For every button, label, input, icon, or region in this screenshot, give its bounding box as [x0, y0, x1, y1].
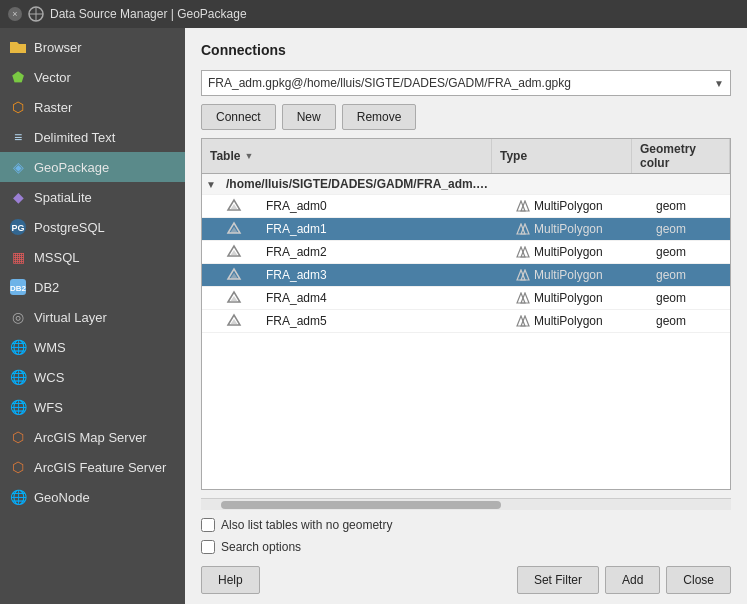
- sidebar-item-wfs[interactable]: 🌐WFS: [0, 392, 185, 422]
- sidebar-item-label: MSSQL: [34, 250, 80, 265]
- new-button[interactable]: New: [282, 104, 336, 130]
- row-type: MultiPolygon: [516, 222, 656, 236]
- sidebar-item-label: WCS: [34, 370, 64, 385]
- sidebar-item-postgresql[interactable]: PGPostgreSQL: [0, 212, 185, 242]
- search-options-checkbox[interactable]: [201, 540, 215, 554]
- arcgis-icon: ⬡: [8, 427, 28, 447]
- row-geomcol: geom: [656, 199, 726, 213]
- wcs-icon: 🌐: [8, 367, 28, 387]
- sidebar-item-virtual-layer[interactable]: ◎Virtual Layer: [0, 302, 185, 332]
- spatialite-icon: ◆: [8, 187, 28, 207]
- sidebar-item-vector[interactable]: ⬟Vector: [0, 62, 185, 92]
- table-area: Table ▼ Type Geometry colur ▼ /home/llui…: [201, 138, 731, 490]
- sidebar-item-geonode[interactable]: 🌐GeoNode: [0, 482, 185, 512]
- sidebar-item-arcgis-map[interactable]: ⬡ArcGIS Map Server: [0, 422, 185, 452]
- connection-row: FRA_adm.gpkg@/home/lluis/SIGTE/DADES/GAD…: [201, 70, 731, 96]
- row-type: MultiPolygon: [516, 245, 656, 259]
- sidebar-item-arcgis-feature[interactable]: ⬡ArcGIS Feature Server: [0, 452, 185, 482]
- table-body: ▼ /home/lluis/SIGTE/DADES/GADM/FRA_adm.g…: [202, 174, 730, 489]
- sort-arrow-icon: ▼: [244, 151, 253, 161]
- vector-icon: ⬟: [8, 67, 28, 87]
- connection-dropdown[interactable]: FRA_adm.gpkg@/home/lluis/SIGTE/DADES/GAD…: [201, 70, 731, 96]
- add-button[interactable]: Add: [605, 566, 660, 594]
- tree-group-row[interactable]: ▼ /home/lluis/SIGTE/DADES/GADM/FRA_adm.g…: [202, 174, 730, 195]
- sidebar-item-wcs[interactable]: 🌐WCS: [0, 362, 185, 392]
- virtual-icon: ◎: [8, 307, 28, 327]
- scroll-thumb: [221, 501, 501, 509]
- raster-icon: ⬡: [8, 97, 28, 117]
- row-type: MultiPolygon: [516, 199, 656, 213]
- app-icon: [28, 6, 44, 22]
- geonode-icon: 🌐: [8, 487, 28, 507]
- remove-button[interactable]: Remove: [342, 104, 417, 130]
- close-window-button[interactable]: ×: [8, 7, 22, 21]
- sidebar-item-label: PostgreSQL: [34, 220, 105, 235]
- row-geomcol: geom: [656, 245, 726, 259]
- row-type: MultiPolygon: [516, 268, 656, 282]
- mssql-icon: ▦: [8, 247, 28, 267]
- row-geomcol: geom: [656, 314, 726, 328]
- arcgis-icon: ⬡: [8, 457, 28, 477]
- tree-expand-icon: ▼: [206, 179, 222, 190]
- bottom-right-buttons: Set Filter Add Close: [517, 566, 731, 594]
- search-options-label: Search options: [221, 540, 301, 554]
- connect-button[interactable]: Connect: [201, 104, 276, 130]
- col-header-type[interactable]: Type: [492, 139, 632, 173]
- no-geometry-checkbox[interactable]: [201, 518, 215, 532]
- horizontal-scrollbar[interactable]: [201, 498, 731, 510]
- sidebar-item-raster[interactable]: ⬡Raster: [0, 92, 185, 122]
- buttons-row: Connect New Remove: [201, 104, 731, 130]
- sidebar: Browser⬟Vector⬡Raster≡Delimited Text◈Geo…: [0, 28, 185, 604]
- table-header: Table ▼ Type Geometry colur: [202, 139, 730, 174]
- postgres-icon: PG: [8, 217, 28, 237]
- row-name: FRA_adm5: [246, 314, 516, 328]
- sidebar-item-spatialite[interactable]: ◆SpatiaLite: [0, 182, 185, 212]
- search-options-checkbox-row: Search options: [201, 540, 731, 554]
- set-filter-button[interactable]: Set Filter: [517, 566, 599, 594]
- sidebar-item-label: ArcGIS Map Server: [34, 430, 147, 445]
- geometry-icon: [226, 313, 244, 329]
- sidebar-item-delimited-text[interactable]: ≡Delimited Text: [0, 122, 185, 152]
- bottom-buttons: Help Set Filter Add Close: [201, 562, 731, 594]
- geopkg-icon: ◈: [8, 157, 28, 177]
- sidebar-item-label: Browser: [34, 40, 82, 55]
- row-type: MultiPolygon: [516, 314, 656, 328]
- window-title: Data Source Manager | GeoPackage: [50, 7, 247, 21]
- col-header-table[interactable]: Table ▼: [202, 139, 492, 173]
- sidebar-item-geopackage[interactable]: ◈GeoPackage: [0, 152, 185, 182]
- delimited-icon: ≡: [8, 127, 28, 147]
- row-geomcol: geom: [656, 222, 726, 236]
- sidebar-item-label: SpatiaLite: [34, 190, 92, 205]
- wms-icon: 🌐: [8, 337, 28, 357]
- sidebar-item-wms[interactable]: 🌐WMS: [0, 332, 185, 362]
- table-row[interactable]: FRA_adm5 MultiPolygon geom: [202, 310, 730, 333]
- col-header-geomcol[interactable]: Geometry colur: [632, 139, 730, 173]
- geometry-icon: [226, 290, 244, 306]
- close-button[interactable]: Close: [666, 566, 731, 594]
- sidebar-item-browser[interactable]: Browser: [0, 32, 185, 62]
- row-name: FRA_adm0: [246, 199, 516, 213]
- wfs-icon: 🌐: [8, 397, 28, 417]
- row-name: FRA_adm4: [246, 291, 516, 305]
- sidebar-item-db2[interactable]: DB2DB2: [0, 272, 185, 302]
- dropdown-arrow-icon: ▼: [714, 78, 724, 89]
- table-row[interactable]: FRA_adm1 MultiPolygon geom: [202, 218, 730, 241]
- table-row[interactable]: FRA_adm4 MultiPolygon geom: [202, 287, 730, 310]
- table-row[interactable]: FRA_adm3 MultiPolygon geom: [202, 264, 730, 287]
- geometry-icon: [226, 267, 244, 283]
- no-geometry-checkbox-row: Also list tables with no geometry: [201, 518, 731, 532]
- table-row[interactable]: FRA_adm2 MultiPolygon geom: [202, 241, 730, 264]
- sidebar-item-mssql[interactable]: ▦MSSQL: [0, 242, 185, 272]
- db2-icon: DB2: [8, 277, 28, 297]
- row-geomcol: geom: [656, 291, 726, 305]
- sidebar-item-label: WMS: [34, 340, 66, 355]
- group-row-name: /home/lluis/SIGTE/DADES/GADM/FRA_adm.gpk…: [222, 177, 492, 191]
- sidebar-item-label: WFS: [34, 400, 63, 415]
- help-button[interactable]: Help: [201, 566, 260, 594]
- table-row[interactable]: FRA_adm0 MultiPolygon geom: [202, 195, 730, 218]
- connection-value: FRA_adm.gpkg@/home/lluis/SIGTE/DADES/GAD…: [208, 76, 571, 90]
- title-bar: × Data Source Manager | GeoPackage: [0, 0, 747, 28]
- section-title: Connections: [201, 42, 731, 58]
- sidebar-item-label: Vector: [34, 70, 71, 85]
- sidebar-item-label: ArcGIS Feature Server: [34, 460, 166, 475]
